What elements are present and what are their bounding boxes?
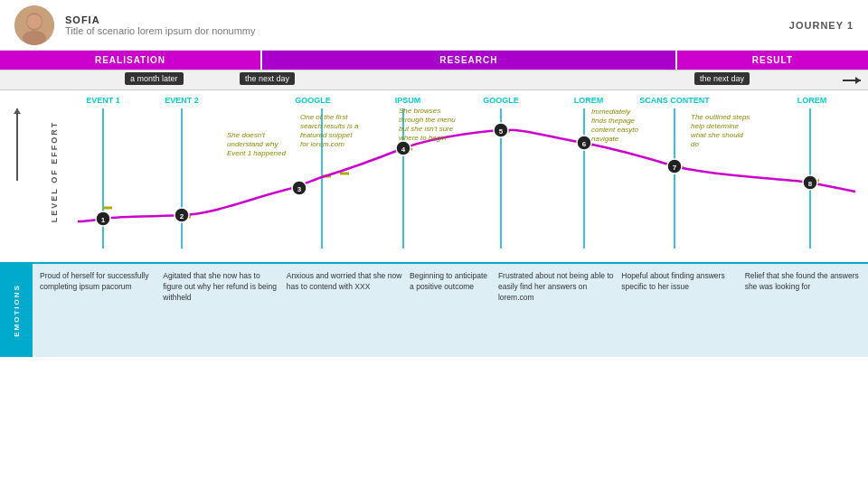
svg-text:SCANS CONTENT: SCANS CONTENT [639, 96, 710, 105]
svg-text:through the menu: through the menu [399, 116, 456, 124]
emotions-label-col: EMOTIONS [0, 264, 33, 357]
svg-text:She doesn't: She doesn't [227, 131, 266, 139]
svg-text:1: 1 [101, 216, 106, 224]
svg-text:She browses: She browses [399, 107, 440, 115]
y-axis-arrow [16, 108, 18, 181]
chart-area: LEVEL OF EFFORT 1 [0, 90, 868, 357]
chart-svg: 1 2 3 4 5 6 7 8 EVENT 1 EVENT 2 GOOGLE I… [33, 90, 868, 267]
svg-text:finds thepage: finds thepage [591, 117, 636, 125]
svg-text:GOOGLE: GOOGLE [295, 96, 331, 105]
svg-text:Event 1 happened: Event 1 happened [227, 149, 286, 157]
svg-text:IPSUM: IPSUM [395, 96, 421, 105]
svg-text:Immediately: Immediately [591, 108, 631, 116]
svg-text:8: 8 [808, 180, 813, 188]
svg-text:5: 5 [499, 127, 504, 136]
svg-text:EVENT 1: EVENT 1 [86, 96, 120, 105]
svg-text:4: 4 [401, 145, 406, 154]
svg-point-2 [23, 31, 46, 45]
svg-text:GOOGLE: GOOGLE [483, 96, 519, 105]
emotions-label-text: EMOTIONS [13, 284, 21, 337]
persona-name: SOFIA [65, 14, 256, 25]
emotions-content: Proud of herself for successfully comple… [33, 264, 868, 357]
svg-text:do: do [691, 140, 699, 148]
scenario-title: Title of scenario lorem ipsum dor nonumm… [65, 25, 256, 36]
svg-text:The outlined steps: The outlined steps [691, 113, 750, 121]
svg-text:but she isn't sure: but she isn't sure [399, 125, 454, 133]
header: SOFIA Title of scenario lorem ipsum dor … [0, 0, 868, 51]
emotion-6: Hopeful about finding answers specific t… [618, 271, 741, 293]
svg-text:2: 2 [180, 212, 184, 221]
svg-text:help determine: help determine [691, 122, 739, 130]
svg-text:One of the first: One of the first [300, 113, 348, 121]
timeline-arrow [843, 80, 861, 81]
phase-bar: REALISATION RESEARCH RESULT [0, 51, 868, 70]
time-label-1: a month later [125, 72, 184, 85]
emotion-4: Beginning to anticipate a positive outco… [406, 271, 495, 293]
svg-text:3: 3 [297, 185, 302, 193]
svg-text:understand why: understand why [227, 140, 278, 148]
phase-result: RESULT [677, 51, 868, 70]
header-left: SOFIA Title of scenario lorem ipsum dor … [14, 5, 256, 45]
svg-text:content easyto: content easyto [591, 126, 639, 134]
svg-text:what she should: what she should [691, 131, 743, 139]
header-info: SOFIA Title of scenario lorem ipsum dor … [65, 14, 256, 36]
svg-text:LOREM: LOREM [797, 96, 827, 105]
emotions-row: EMOTIONS Proud of herself for successful… [0, 262, 868, 357]
journey-label: JOURNEY 1 [789, 20, 854, 31]
emotion-7: Relief that she found the answers she wa… [741, 271, 864, 293]
timeline-label-row: a month later the next day the next day [0, 70, 868, 90]
svg-text:featured snippet: featured snippet [300, 131, 353, 139]
svg-text:EVENT 2: EVENT 2 [165, 96, 199, 105]
svg-text:search results is a: search results is a [300, 122, 359, 130]
emotion-2: Agitated that she now has to figure out … [159, 271, 282, 304]
svg-text:LOREM: LOREM [574, 96, 604, 105]
svg-text:6: 6 [582, 140, 587, 148]
emotion-3: Anxious and worried that she now has to … [283, 271, 406, 293]
emotion-5: Frustrated about not being able to easil… [495, 271, 618, 304]
emotion-1: Proud of herself for successfully comple… [36, 271, 159, 293]
svg-text:7: 7 [673, 164, 677, 172]
svg-text:for lorem.com: for lorem.com [300, 140, 344, 148]
svg-text:navigate: navigate [591, 135, 619, 143]
phase-research: RESEARCH [260, 51, 677, 70]
time-label-2: the next day [240, 72, 295, 85]
avatar [14, 5, 54, 45]
svg-point-3 [27, 14, 42, 29]
svg-text:where to begin: where to begin [399, 134, 447, 142]
time-label-3: the next day [694, 72, 750, 85]
phase-realisation: REALISATION [0, 51, 260, 70]
